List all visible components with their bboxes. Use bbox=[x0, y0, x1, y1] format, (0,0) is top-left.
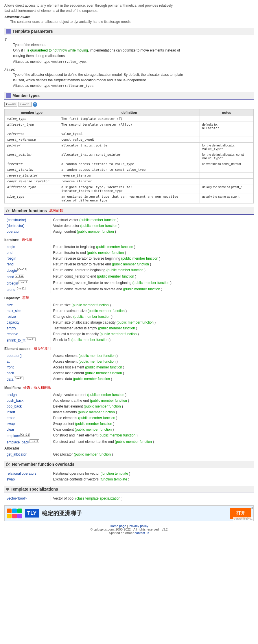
func-public-link[interactable]: (public member function bbox=[88, 309, 125, 313]
ad-close-button[interactable]: x bbox=[251, 506, 253, 509]
member-type-row: reverse_iteratorreverse_iterator bbox=[5, 173, 254, 179]
func-public-link[interactable]: (public member function bbox=[79, 354, 116, 358]
func-row: push_backAdd element at the end (public … bbox=[4, 398, 254, 403]
badge-cpp98[interactable]: C++98 bbox=[4, 102, 17, 107]
func-name-link[interactable]: at bbox=[7, 359, 10, 364]
func-public-link[interactable]: (public member function bbox=[73, 315, 110, 319]
param-t-desc2-link[interactable]: T is guaranteed to not throw while movin… bbox=[24, 48, 88, 52]
func-name-link[interactable]: resize bbox=[7, 315, 16, 319]
member-type-definition: a random access iterator to const value_… bbox=[59, 167, 200, 173]
func-public-link[interactable]: (public member function bbox=[98, 326, 135, 330]
func-public-link[interactable]: (public member function bbox=[99, 332, 137, 336]
func-name-link[interactable]: (constructor) bbox=[7, 218, 26, 222]
func-public-link[interactable]: (public member function bbox=[97, 274, 134, 278]
footer-privacy-link[interactable]: Privacy policy bbox=[129, 524, 148, 528]
func-name-link[interactable]: assign bbox=[7, 393, 17, 397]
func-public-link[interactable]: (public member function bbox=[121, 256, 158, 260]
func-name-link[interactable]: rend bbox=[7, 262, 14, 266]
func-name-link[interactable]: back bbox=[7, 371, 14, 375]
func-name-link[interactable]: emplace_back bbox=[7, 440, 29, 444]
member-type-name: const_reverse_iterator bbox=[5, 179, 59, 184]
func-public-link[interactable]: (public member function bbox=[75, 422, 112, 426]
func-desc-cell: Vector destructor (public member functio… bbox=[51, 223, 254, 229]
func-public-link[interactable]: (public member function bbox=[77, 230, 114, 234]
func-public-link[interactable]: (public member function bbox=[71, 338, 108, 342]
func-name-link[interactable]: get_allocator bbox=[7, 452, 27, 456]
member-type-definition: an unsigned integral type that can repre… bbox=[59, 194, 200, 203]
func-name-link[interactable]: reserve bbox=[7, 332, 18, 336]
func-public-link[interactable]: (public member function bbox=[85, 371, 122, 375]
badge-cpp11[interactable]: C++11 bbox=[19, 102, 32, 107]
func-name-link[interactable]: clear bbox=[7, 428, 14, 432]
func-public-link[interactable]: (public member function bbox=[79, 218, 116, 222]
func-desc-cell: Access first element (public member func… bbox=[51, 364, 254, 370]
func-name-link[interactable]: pop_back bbox=[7, 404, 22, 408]
func-name-link[interactable]: erase bbox=[7, 416, 15, 420]
footer-contact-link[interactable]: contact us bbox=[134, 531, 149, 535]
func-name-link[interactable]: rbegin bbox=[7, 256, 16, 260]
help-icon[interactable]: ? bbox=[33, 102, 37, 107]
fn-icon: fx bbox=[6, 208, 10, 213]
member-type-name: reverse_iterator bbox=[5, 173, 59, 179]
func-name-link[interactable]: front bbox=[7, 365, 14, 369]
func-name-link[interactable]: crbegin bbox=[7, 281, 18, 285]
footer-home-link[interactable]: Home page bbox=[110, 524, 126, 528]
func-name-link[interactable]: shrink_to_fit bbox=[7, 338, 25, 342]
func-name-link[interactable]: emplace bbox=[7, 434, 20, 438]
func-name-link[interactable]: relational operators bbox=[7, 471, 36, 476]
func-public-link[interactable]: (public member function bbox=[85, 365, 122, 369]
func-public-link[interactable]: (public member function bbox=[123, 287, 160, 291]
func-public-link[interactable]: (public member function bbox=[87, 251, 124, 255]
func-public-link[interactable]: (public member function bbox=[90, 399, 127, 403]
func-name-link[interactable]: capacity bbox=[7, 320, 19, 324]
func-public-link[interactable]: (public member function bbox=[87, 393, 124, 397]
func-badge: C++11 bbox=[26, 337, 36, 341]
func-public-link[interactable]: (function template bbox=[101, 471, 128, 476]
func-public-link[interactable]: (public member function bbox=[117, 320, 154, 324]
func-name-link[interactable]: data bbox=[7, 377, 13, 381]
func-name-link[interactable]: crend bbox=[7, 288, 15, 292]
func-public-link[interactable]: (public member function bbox=[78, 410, 115, 414]
func-public-link[interactable]: (public member function bbox=[84, 404, 121, 408]
func-name-link[interactable]: max_size bbox=[7, 309, 21, 313]
member-types-header: Member types bbox=[4, 92, 254, 100]
func-public-link[interactable]: (public member function bbox=[80, 224, 117, 228]
func-public-link[interactable]: (function template bbox=[99, 477, 127, 481]
func-name-link[interactable]: push_back bbox=[7, 399, 23, 403]
func-public-link[interactable]: (public member function bbox=[132, 281, 169, 285]
func-desc-cell: Return size of allocated storage capacit… bbox=[51, 320, 254, 325]
func-public-link[interactable]: (public member function bbox=[106, 268, 143, 272]
func-name-link[interactable]: swap bbox=[7, 422, 15, 426]
func-row: reserveRequest a change in capacity (pub… bbox=[4, 331, 254, 337]
param-t-desc3: copying them during reallocations. bbox=[13, 53, 254, 59]
func-name-link[interactable]: size bbox=[7, 303, 13, 307]
func-public-link[interactable]: (class template specialization bbox=[75, 496, 120, 500]
func-public-link[interactable]: (public member function bbox=[112, 262, 149, 266]
func-public-link[interactable]: (public member function bbox=[73, 377, 110, 381]
func-name-link[interactable]: cend bbox=[7, 275, 14, 279]
func-name-link[interactable]: begin bbox=[7, 245, 15, 249]
func-public-link[interactable]: (public member function bbox=[78, 416, 115, 420]
member-type-row: allocator_typeThe second template parame… bbox=[5, 122, 254, 131]
func-name-link[interactable]: operator= bbox=[7, 230, 22, 234]
func-name-link[interactable]: operator[] bbox=[7, 354, 21, 358]
non-member-title: Non-member function overloads bbox=[12, 462, 74, 467]
func-name-link[interactable]: swap bbox=[7, 477, 15, 481]
member-type-row: value_typeThe first template parameter (… bbox=[5, 116, 254, 122]
func-name-link[interactable]: vector<bool> bbox=[7, 496, 27, 500]
func-name-link[interactable]: insert bbox=[7, 410, 15, 414]
func-public-link[interactable]: (public member function bbox=[115, 440, 152, 444]
func-name-cell: operator[] bbox=[4, 353, 51, 359]
func-public-link[interactable]: (public member function bbox=[96, 245, 133, 249]
func-name-link[interactable]: cbegin bbox=[7, 269, 17, 273]
func-name-link[interactable]: end bbox=[7, 251, 12, 255]
func-public-link[interactable]: (public member function bbox=[79, 359, 116, 364]
func-name-link[interactable]: (destructor) bbox=[7, 224, 24, 228]
func-desc-cell: Construct and insert element at the end … bbox=[51, 439, 254, 445]
func-name-link[interactable]: empty bbox=[7, 326, 16, 330]
func-public-link[interactable]: (public member function bbox=[72, 303, 109, 307]
func-public-link[interactable]: (public member function bbox=[74, 452, 111, 456]
func-public-link[interactable]: (public member function bbox=[98, 433, 135, 437]
func-desc-cell: Return iterator to beginning (public mem… bbox=[51, 244, 254, 250]
func-public-link[interactable]: (public member function bbox=[75, 428, 112, 432]
